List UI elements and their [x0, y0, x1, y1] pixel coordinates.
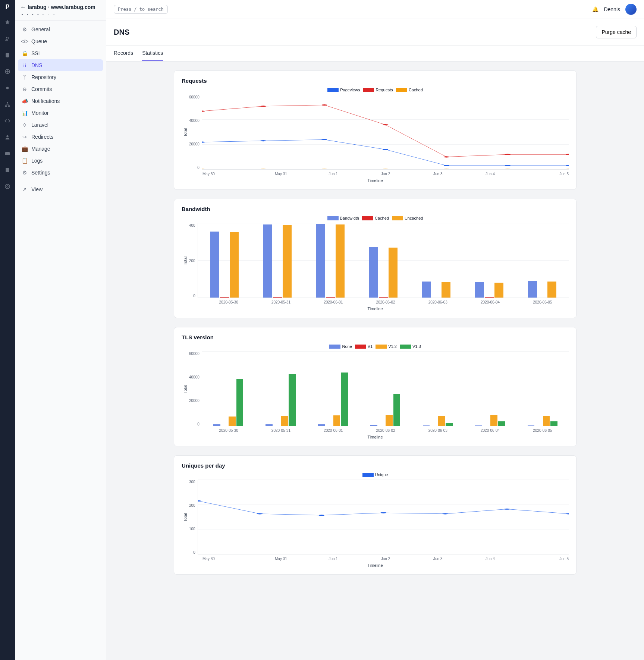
sidebar-item-label: Logs [31, 158, 43, 164]
legend-label: Unique [375, 472, 388, 477]
tab-statistics[interactable]: Statistics [142, 45, 163, 61]
chart-xlabel: Timeline [182, 435, 569, 439]
bar [498, 421, 505, 426]
rail-user-icon[interactable] [0, 133, 15, 142]
rail-users-icon[interactable] [0, 34, 15, 43]
chart-card-tls: TLS versionNoneV1V1.2V1.3Total6000040000… [174, 327, 577, 446]
search-input[interactable]: Press / to search [114, 5, 168, 14]
tabs: RecordsStatistics [106, 45, 644, 62]
sidebar-item-laravel[interactable]: ◊Laravel [18, 119, 103, 131]
legend-label: Bandwidth [340, 216, 359, 220]
sidebar-item-monitor[interactable]: 📊Monitor [18, 107, 103, 119]
external-icon: ↗ [22, 186, 28, 192]
svg-point-19 [566, 165, 569, 166]
page-title: DNS [114, 28, 129, 37]
username[interactable]: Dennis [604, 6, 620, 12]
code-icon: </> [22, 38, 28, 44]
page-header: DNS Purge cache [106, 19, 644, 45]
bar [379, 297, 388, 298]
bar [423, 425, 430, 426]
bar [341, 373, 348, 426]
svg-point-22 [321, 104, 327, 106]
sidebar-title-domain: www.larabug.com [51, 4, 95, 10]
svg-point-38 [442, 513, 448, 514]
legend-swatch [355, 345, 366, 349]
svg-point-24 [443, 156, 449, 157]
bar [283, 225, 292, 298]
chart-xaxis: May 30May 31Jun 1Jun 2Jun 3Jun 4Jun 5 [182, 172, 569, 176]
bar [446, 423, 453, 426]
legend-item: Bandwidth [327, 216, 359, 220]
svg-point-29 [321, 169, 327, 169]
tab-records[interactable]: Records [114, 45, 133, 61]
purge-cache-button[interactable]: Purge cache [596, 26, 637, 38]
svg-rect-6 [5, 106, 7, 107]
megaphone-icon: 📣 [22, 98, 28, 104]
sidebar-item-ssl[interactable]: 🔒SSL [18, 47, 103, 59]
chart-card-bandwidth: BandwidthBandwidthCachedUncachedTotal400… [174, 199, 577, 318]
sidebar-item-label: Notifications [31, 98, 60, 104]
sidebar-item-queue[interactable]: </>Queue [18, 35, 103, 47]
back-arrow-icon[interactable]: ← [20, 4, 26, 10]
bar [442, 282, 450, 298]
bar [393, 394, 400, 426]
svg-point-21 [260, 106, 266, 107]
legend-label: Requests [376, 88, 393, 92]
rail-code-icon[interactable] [0, 116, 15, 125]
rail-bug-icon[interactable] [0, 84, 15, 92]
chart-plotarea [202, 95, 569, 170]
main-content: Press / to search 🔔 Dennis DNS Purge cac… [106, 0, 644, 660]
bar [528, 281, 537, 298]
sidebar: ← larabug · www.larabug.com ▪▪▪▫▫▫▫ ⚙Gen… [15, 0, 106, 660]
sidebar-title-app: larabug [28, 4, 47, 10]
rail-rocket-icon[interactable] [0, 18, 15, 27]
rail-hierarchy-icon[interactable] [0, 100, 15, 109]
svg-point-31 [443, 169, 449, 169]
sidebar-item-settings[interactable]: ⚙Settings [18, 167, 103, 179]
rail-book-icon[interactable] [0, 166, 15, 175]
sidebar-title-sep: · [48, 4, 50, 10]
sliders-icon: ⚙ [22, 170, 28, 176]
chart-title: Bandwidth [182, 206, 569, 212]
legend-swatch [400, 345, 411, 349]
app-logo[interactable]: P [6, 4, 10, 10]
sidebar-item-label: Manage [31, 146, 50, 152]
bar [370, 425, 377, 426]
legend-item: Unique [362, 472, 388, 477]
sidebar-item-redirects[interactable]: ↪Redirects [18, 131, 103, 143]
sidebar-item-view[interactable]: ↗View [18, 183, 103, 195]
sidebar-item-repository[interactable]: ᛘRepository [18, 71, 103, 83]
chart-legend: NoneV1V1.2V1.3 [182, 344, 569, 349]
legend-label: None [342, 344, 352, 349]
rail-database-icon[interactable] [0, 51, 15, 60]
sidebar-item-notifications[interactable]: 📣Notifications [18, 95, 103, 107]
laravel-icon: ◊ [22, 122, 28, 128]
rail-card-icon[interactable] [0, 149, 15, 158]
legend-item: Cached [396, 88, 423, 92]
bar [210, 232, 219, 298]
chart-plot: Total6000040000200000 [182, 352, 569, 426]
sidebar-item-label: Monitor [31, 110, 49, 116]
avatar[interactable] [625, 4, 637, 15]
commit-icon: ⊖ [22, 86, 28, 92]
rail-support-icon[interactable] [0, 182, 15, 191]
svg-point-39 [504, 509, 510, 510]
sidebar-item-general[interactable]: ⚙General [18, 23, 103, 35]
sidebar-item-dns[interactable]: ⁝⁝DNS [18, 59, 103, 71]
legend-label: Pageviews [340, 88, 360, 92]
rail-globe-icon[interactable] [0, 67, 15, 76]
chart-xaxis: 2020-05-302020-05-312020-06-012020-06-02… [182, 428, 569, 433]
legend-label: V1 [368, 344, 373, 349]
bar [281, 416, 288, 426]
svg-point-12 [7, 186, 8, 187]
notifications-icon[interactable]: 🔔 [592, 6, 599, 12]
legend-label: Cached [409, 88, 423, 92]
sidebar-item-manage[interactable]: 💼Manage [18, 143, 103, 155]
svg-point-4 [6, 87, 9, 89]
sidebar-item-commits[interactable]: ⊖Commits [18, 83, 103, 95]
sidebar-item-logs[interactable]: 📋Logs [18, 155, 103, 167]
svg-point-26 [566, 154, 569, 155]
chart-ylabel: Total [182, 480, 189, 554]
sidebar-item-label: General [31, 26, 50, 32]
briefcase-icon: 💼 [22, 146, 28, 152]
